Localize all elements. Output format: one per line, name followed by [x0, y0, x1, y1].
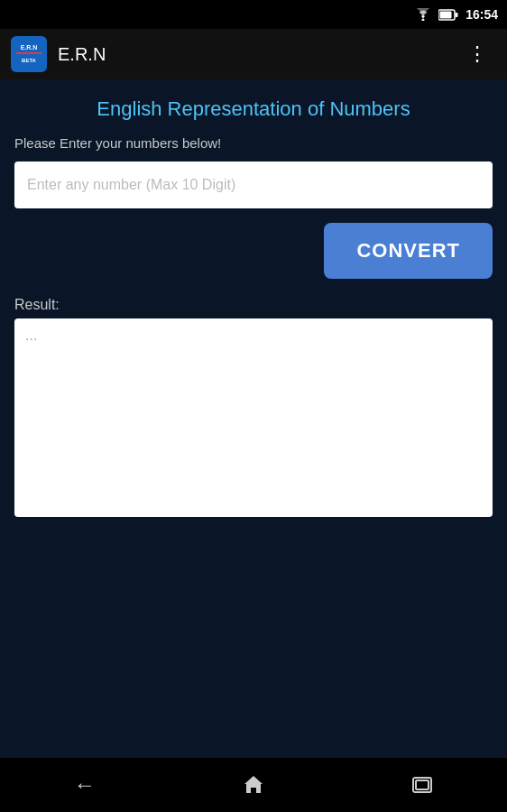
svg-text:E.R.N: E.R.N: [21, 44, 38, 51]
result-text: ...: [25, 328, 37, 343]
app-logo: E.R.N BETA: [11, 36, 47, 72]
menu-icon[interactable]: ⋮: [460, 39, 496, 69]
status-bar: 16:54: [0, 0, 507, 29]
svg-rect-2: [456, 13, 458, 17]
svg-rect-9: [416, 780, 429, 789]
convert-button[interactable]: CONVERT: [324, 223, 493, 279]
page-title: English Representation of Numbers: [14, 97, 493, 121]
back-button[interactable]: ←: [63, 763, 106, 807]
result-box: ...: [14, 318, 493, 517]
app-bar: E.R.N BETA E.R.N ⋮: [0, 29, 507, 79]
number-input[interactable]: [14, 161, 493, 208]
svg-rect-6: [16, 52, 41, 54]
instruction-text: Please Enter your numbers below!: [14, 135, 493, 151]
app-title: E.R.N: [58, 44, 460, 65]
svg-point-0: [422, 19, 425, 22]
battery-icon: [438, 9, 458, 21]
nav-bar: ←: [0, 758, 507, 812]
home-button[interactable]: [232, 763, 275, 807]
svg-text:BETA: BETA: [22, 58, 37, 63]
result-label: Result:: [14, 297, 493, 313]
main-content: English Representation of Numbers Please…: [0, 79, 507, 535]
recent-apps-button[interactable]: [401, 763, 444, 807]
svg-rect-3: [440, 11, 452, 18]
wifi-icon: [415, 8, 431, 21]
convert-button-container: CONVERT: [14, 223, 493, 279]
status-time: 16:54: [466, 7, 498, 22]
